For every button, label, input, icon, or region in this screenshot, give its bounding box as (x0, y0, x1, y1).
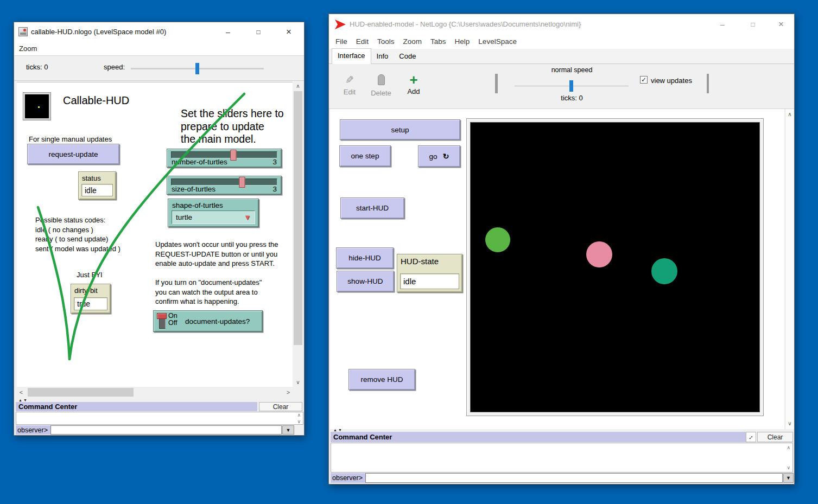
maximize-icon[interactable]: □ (738, 14, 768, 34)
scroll-right-icon[interactable]: > (284, 387, 293, 398)
hud-menubar: Zoom (14, 41, 304, 56)
interface-area: setup one step go ↻ start-HUD hide-HUD s… (330, 109, 784, 429)
observer-prompt: observer> (16, 425, 50, 435)
menu-file[interactable]: File (331, 37, 352, 46)
switch-off-label: Off (168, 320, 177, 327)
speed-slider-handle[interactable] (195, 63, 199, 74)
command-output[interactable]: ∧ ∨ (16, 412, 303, 425)
hud-interface-canvas: Callable-HUD For single manual updates r… (17, 82, 293, 387)
menu-levelspace[interactable]: LevelSpace (474, 37, 521, 46)
tab-code[interactable]: Code (394, 49, 421, 63)
interface-vertical-scrollbar[interactable]: ∧ ∨ (785, 109, 794, 429)
tab-interface[interactable]: Interface (332, 48, 371, 64)
scroll-left-icon[interactable]: < (17, 387, 26, 398)
one-step-button[interactable]: one step (339, 145, 391, 167)
minimize-icon[interactable]: – (213, 22, 243, 41)
shape-chooser[interactable]: shape-of-turtles turtle ▼ (168, 199, 259, 227)
scroll-up-icon[interactable]: ∧ (785, 110, 794, 119)
document-updates-switch[interactable]: On Off document-updates? (153, 310, 263, 332)
document-note-line: If you turn on "document-updates" (155, 278, 262, 288)
command-input[interactable] (50, 425, 282, 435)
slider-value: 3 (272, 158, 277, 166)
scroll-down-icon[interactable]: ∨ (297, 419, 301, 424)
eraser-icon (378, 74, 385, 85)
maximize-icon[interactable]: □ (243, 22, 274, 41)
plus-icon: + (404, 74, 423, 86)
hud-window-titlebar[interactable]: callable-HUD.nlogo (LevelSpace model #0)… (14, 22, 304, 41)
splitter-handle[interactable]: ▲▼ (333, 428, 343, 432)
hide-hud-button[interactable]: hide-HUD (336, 247, 394, 269)
clear-button[interactable]: Clear (259, 402, 302, 411)
status-monitor: status idle (78, 171, 116, 200)
chooser-dropdown[interactable]: turtle ▼ (172, 210, 255, 224)
menu-tools[interactable]: Tools (373, 37, 399, 46)
scroll-down-icon[interactable]: ∨ (787, 465, 790, 470)
minimize-icon[interactable]: – (707, 14, 738, 34)
mini-view (23, 92, 51, 120)
delete-button[interactable]: Delete (369, 74, 393, 97)
scroll-down-icon[interactable]: ∨ (293, 378, 303, 387)
scrollbar-thumb[interactable] (294, 91, 302, 345)
nl-slider[interactable]: size-of-turtles 3 (167, 176, 282, 195)
canvas-vertical-scrollbar[interactable]: ∧ ∨ (293, 82, 303, 387)
dirty-bit-label: dirty-bit (71, 284, 110, 295)
request-update-button[interactable]: request-update (27, 144, 119, 164)
diagonal-arrows-glyph: ↕ (747, 433, 754, 441)
netlogo-menubar: File Edit Tools Zoom Tabs Help LevelSpac… (329, 34, 794, 49)
menu-zoom[interactable]: Zoom (14, 44, 42, 53)
close-icon[interactable]: × (274, 22, 304, 41)
hud-model-window: callable-HUD.nlogo (LevelSpace model #0)… (14, 22, 305, 436)
menu-tabs[interactable]: Tabs (426, 37, 451, 46)
setup-button[interactable]: setup (340, 119, 460, 140)
go-button[interactable]: go ↻ (418, 145, 460, 167)
edit-label: Edit (339, 88, 360, 96)
nl-slider[interactable]: number-of-turtles 3 (167, 149, 282, 168)
command-input[interactable] (365, 473, 783, 483)
canvas-horizontal-scrollbar[interactable]: < > (17, 387, 293, 398)
expand-command-center-icon[interactable]: ↕ (746, 432, 756, 442)
slider-label: size-of-turtles (172, 185, 215, 193)
world-view-canvas[interactable] (470, 122, 760, 412)
menu-zoom[interactable]: Zoom (399, 37, 427, 46)
command-output[interactable]: ∧ ∨ (331, 443, 793, 473)
splitter-handle[interactable]: ▲▼ (18, 398, 28, 402)
scrollbar-thumb[interactable] (28, 388, 134, 397)
scroll-down-icon[interactable]: ∨ (785, 419, 794, 428)
interface-toolbar: ✎ Edit Delete + Add abc Button ▾ normal … (329, 64, 794, 109)
scroll-up-icon[interactable]: ∧ (293, 82, 303, 91)
command-history-dropdown-icon[interactable]: ▼ (282, 425, 294, 435)
tab-info[interactable]: Info (371, 49, 394, 63)
view-updates-label: view updates (651, 76, 692, 85)
remove-hud-button[interactable]: remove HUD (348, 369, 415, 390)
world-view[interactable] (466, 118, 764, 416)
close-icon[interactable]: × (768, 14, 794, 34)
chooser-dropdown-icon[interactable]: ▼ (244, 213, 251, 221)
command-history-dropdown-icon[interactable]: ▼ (783, 473, 794, 483)
slider-label: number-of-turtles (172, 158, 227, 166)
menu-help[interactable]: Help (451, 37, 474, 46)
add-button[interactable]: + Add (404, 74, 423, 95)
scroll-up-icon[interactable]: ∧ (787, 445, 790, 450)
view-updates-checkbox[interactable]: ✓ (640, 76, 648, 84)
model-window-icon (18, 27, 28, 36)
hud-state-value: idle (400, 273, 459, 289)
netlogo-tab-bar: Interface Info Code (329, 49, 794, 64)
turtle (485, 227, 510, 252)
speed-label: speed: (104, 63, 125, 71)
start-hud-button[interactable]: start-HUD (340, 197, 404, 219)
model-title-note: Callable-HUD (63, 94, 129, 107)
scroll-up-icon[interactable]: ∧ (297, 412, 301, 418)
hud-window-title: callable-HUD.nlogo (LevelSpace model #0) (31, 28, 166, 36)
switch-knob[interactable] (157, 313, 167, 319)
clear-button[interactable]: Clear (757, 432, 793, 442)
main-speed-slider-handle[interactable] (569, 80, 573, 92)
updates-note-line: REQUEST-UPDATE button or until you (155, 250, 278, 259)
netlogo-titlebar[interactable]: HUD-enabled-model - NetLogo {C:\Users\wa… (329, 14, 794, 34)
menu-edit[interactable]: Edit (352, 37, 373, 46)
mini-view-turtle-dot (38, 106, 40, 108)
turtle (651, 258, 677, 284)
updates-note-line: enable auto-update and press START. (155, 259, 278, 269)
edit-button[interactable]: ✎ Edit (339, 74, 360, 96)
add-label: Add (404, 87, 423, 95)
show-hud-button[interactable]: show-HUD (337, 271, 394, 292)
